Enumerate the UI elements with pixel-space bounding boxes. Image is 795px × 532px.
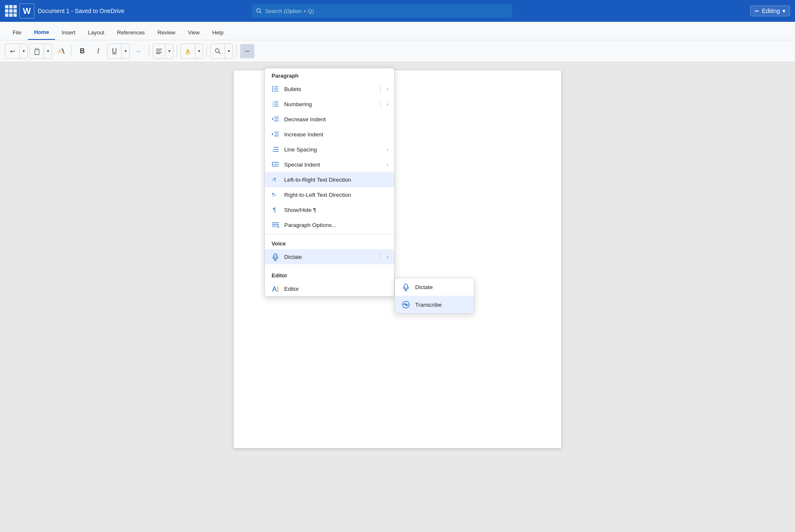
search-bar[interactable] xyxy=(252,4,512,18)
color-dropdown[interactable]: ▾ xyxy=(195,44,203,58)
app-grid-icon[interactable] xyxy=(5,5,17,17)
tab-home[interactable]: Home xyxy=(28,25,55,40)
menu-item-ltr[interactable]: ›¶ Left-to-Right Text Direction xyxy=(265,172,394,187)
decrease-indent-label: Decrease Indent xyxy=(284,116,388,123)
menu-item-editor[interactable]: Editor xyxy=(265,281,394,296)
editor-icon xyxy=(271,284,280,293)
voice-section-header: Voice xyxy=(265,236,394,249)
divider-1 xyxy=(71,45,72,57)
menu-item-line-spacing[interactable]: ↕ Line Spacing › xyxy=(265,142,394,157)
increase-indent-icon xyxy=(271,130,280,139)
submenu-dictate[interactable]: Dictate xyxy=(395,278,474,296)
align-group: ▾ xyxy=(153,44,173,59)
editing-label: Editing xyxy=(762,8,780,14)
paste-icon xyxy=(33,47,41,55)
underline-dropdown[interactable]: ▾ xyxy=(122,44,129,58)
dictate-sep xyxy=(380,253,381,261)
pencil-icon: ✏ xyxy=(755,8,759,14)
ltr-icon: ›¶ xyxy=(271,175,280,184)
menu-item-para-options[interactable]: Paragraph Options... xyxy=(265,217,394,232)
show-hide-label: Show/Hide ¶ xyxy=(284,207,388,213)
svg-point-16 xyxy=(272,89,273,90)
word-logo[interactable]: W xyxy=(19,3,34,18)
tab-insert[interactable]: Insert xyxy=(56,25,81,40)
underline-button[interactable]: U xyxy=(107,44,122,58)
paste-dropdown[interactable]: ▾ xyxy=(44,44,52,58)
title-bar: W Document 1 - Saved to OneDrive ✏ Editi… xyxy=(0,0,795,22)
align-button[interactable] xyxy=(153,44,165,58)
dictate-main-icon xyxy=(271,252,280,261)
tab-file[interactable]: File xyxy=(7,25,27,40)
rtl-label: Right-to-Left Text Direction xyxy=(284,192,388,198)
line-spacing-icon: ↕ xyxy=(271,145,280,154)
submenu-transcribe[interactable]: Transcribe xyxy=(395,296,474,313)
paragraph-section-header: Paragraph xyxy=(265,68,394,81)
clear-formatting-button[interactable]: A xyxy=(54,44,68,58)
svg-marker-38 xyxy=(272,163,273,166)
submenu-transcribe-icon xyxy=(401,300,411,310)
tab-help[interactable]: Help xyxy=(207,25,230,40)
menu-item-bullets[interactable]: Bullets › xyxy=(265,81,394,96)
paste-button[interactable] xyxy=(30,44,44,58)
editor-section-header: Editor xyxy=(265,268,394,281)
search-dropdown[interactable]: ▾ xyxy=(225,44,233,58)
svg-rect-48 xyxy=(277,226,279,227)
numbering-label: Numbering xyxy=(284,101,374,107)
dictate-submenu: Dictate Transcribe xyxy=(395,278,474,314)
font-color-button[interactable]: A xyxy=(181,44,195,58)
menu-item-increase-indent[interactable]: Increase Indent xyxy=(265,127,394,142)
dictate-arrow: › xyxy=(387,254,388,259)
align-dropdown[interactable]: ▾ xyxy=(165,44,173,58)
more-toolbar-button[interactable]: ··· xyxy=(240,44,254,58)
undo-redo-group: ↩ ▾ xyxy=(5,44,28,59)
title-bar-content: W Document 1 - Saved to OneDrive ✏ Editi… xyxy=(5,3,790,18)
menu-item-show-hide[interactable]: ¶ Show/Hide ¶ xyxy=(265,202,394,217)
menu-item-special-indent[interactable]: Special Indent › xyxy=(265,157,394,172)
paragraph-dropdown: Paragraph Bullets › 1. 2. 3. xyxy=(264,68,395,297)
paste-group: ▾ xyxy=(29,44,52,59)
more-formatting-button[interactable]: ··· xyxy=(131,44,146,58)
italic-button[interactable]: I xyxy=(91,44,105,58)
submenu-dictate-label: Dictate xyxy=(415,284,433,290)
svg-text:¶‹: ¶‹ xyxy=(272,192,276,197)
numbering-arrow: › xyxy=(387,102,388,107)
svg-text:3.: 3. xyxy=(272,105,274,107)
editing-button[interactable]: ✏ Editing ▾ xyxy=(750,5,790,16)
svg-point-14 xyxy=(272,86,273,88)
menu-item-rtl[interactable]: ¶‹ Right-to-Left Text Direction xyxy=(265,187,394,202)
svg-marker-30 xyxy=(272,133,273,136)
bold-button[interactable]: B xyxy=(75,44,89,58)
menu-item-dictate[interactable]: Dictate › xyxy=(265,249,394,264)
menu-item-decrease-indent[interactable]: Decrease Indent xyxy=(265,112,394,127)
line-spacing-label: Line Spacing xyxy=(284,146,382,153)
svg-line-13 xyxy=(219,52,221,54)
submenu-transcribe-label: Transcribe xyxy=(415,302,442,308)
search-toolbar-button[interactable] xyxy=(211,44,225,58)
rtl-icon: ¶‹ xyxy=(271,190,280,199)
divider-3 xyxy=(177,45,177,57)
undo-button[interactable]: ↩ xyxy=(5,44,20,58)
svg-marker-26 xyxy=(272,117,273,120)
search-input[interactable] xyxy=(265,8,508,14)
bullets-icon xyxy=(271,84,280,94)
para-options-label: Paragraph Options... xyxy=(284,222,388,228)
color-group: A ▾ xyxy=(180,44,203,59)
tab-view[interactable]: View xyxy=(182,25,206,40)
special-indent-label: Special Indent xyxy=(284,162,382,168)
svg-point-55 xyxy=(404,284,408,289)
search-toolbar-icon xyxy=(214,48,221,55)
svg-point-18 xyxy=(272,91,273,92)
editor-separator xyxy=(265,266,394,266)
tab-review[interactable]: Review xyxy=(152,25,181,40)
tab-layout[interactable]: Layout xyxy=(82,25,110,40)
undo-dropdown[interactable]: ▾ xyxy=(20,44,27,58)
bullets-arrow: › xyxy=(387,86,388,91)
tab-references[interactable]: References xyxy=(111,25,151,40)
svg-rect-4 xyxy=(36,48,38,50)
increase-indent-label: Increase Indent xyxy=(284,131,388,138)
voice-separator xyxy=(265,234,394,235)
special-indent-icon xyxy=(271,160,280,169)
numbering-icon: 1. 2. 3. xyxy=(271,99,280,109)
ltr-label: Left-to-Right Text Direction xyxy=(284,177,388,183)
menu-item-numbering[interactable]: 1. 2. 3. Numbering › xyxy=(265,96,394,112)
